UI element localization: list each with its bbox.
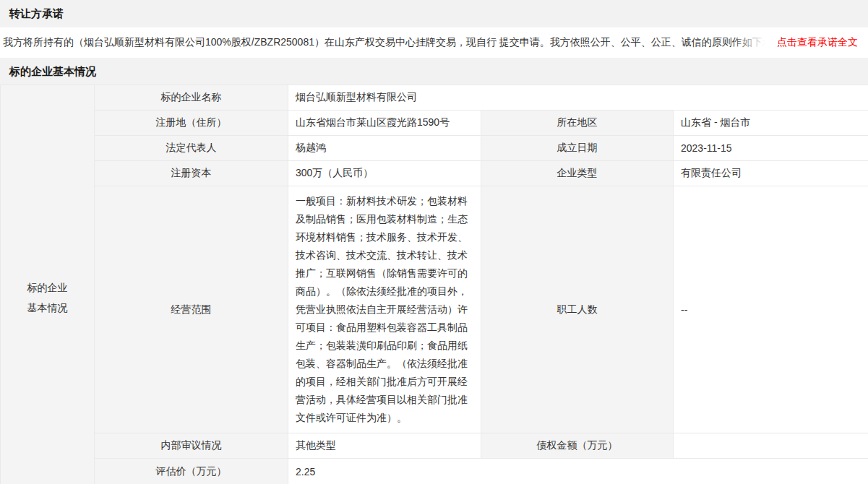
table-row: 法定代表人 杨越鸿 成立日期 2023-11-15 <box>1 136 868 161</box>
region-value: 山东省 - 烟台市 <box>674 111 868 136</box>
registered-capital-label: 注册资本 <box>95 161 288 186</box>
company-name-label: 标的企业名称 <box>95 85 288 111</box>
established-date-value: 2023-11-15 <box>674 136 868 161</box>
basic-info-title: 标的企业基本情况 <box>9 65 96 77</box>
region-label: 所在地区 <box>481 111 674 136</box>
internal-review-value: 其他类型 <box>288 433 481 459</box>
side-group-label: 标的企业 基本情况 <box>1 85 95 484</box>
legal-representative-value: 杨越鸿 <box>288 136 481 161</box>
registered-address-value: 山东省烟台市莱山区霞光路1590号 <box>288 111 481 136</box>
transferor-commitment-title: 转让方承诺 <box>9 7 64 20</box>
table-row: 经营范围 一般项目：新材料技术研发；包装材料及制品销售；医用包装材料制造；生态环… <box>1 186 868 433</box>
legal-representative-label: 法定代表人 <box>95 136 288 161</box>
table-row: 注册资本 300万（人民币） 企业类型 有限责任公司 <box>1 161 868 186</box>
basic-info-table: 标的企业 基本情况 标的企业名称 烟台弘顺新型材料有限公司 注册地（住所） 山东… <box>0 85 868 484</box>
debt-amount-value <box>674 433 868 459</box>
registered-capital-value: 300万（人民币） <box>288 161 481 186</box>
employee-count-value: -- <box>674 186 868 433</box>
business-scope-label: 经营范围 <box>95 186 288 433</box>
company-name-value: 烟台弘顺新型材料有限公司 <box>288 85 868 111</box>
transferor-commitment-header: 转让方承诺 <box>0 0 868 27</box>
established-date-label: 成立日期 <box>481 136 674 161</box>
text-fade-overlay <box>731 36 771 49</box>
internal-review-label: 内部审议情况 <box>95 433 288 459</box>
table-row: 标的企业 基本情况 标的企业名称 烟台弘顺新型材料有限公司 <box>1 85 868 111</box>
appraisal-price-label: 评估价（万元） <box>95 459 288 484</box>
view-full-commitment-link[interactable]: 点击查看承诺全文 <box>771 36 868 49</box>
enterprise-type-value: 有限责任公司 <box>674 161 868 186</box>
appraisal-price-value: 2.25 <box>288 459 868 484</box>
enterprise-type-label: 企业类型 <box>481 161 674 186</box>
registered-address-label: 注册地（住所） <box>95 111 288 136</box>
table-row: 注册地（住所） 山东省烟台市莱山区霞光路1590号 所在地区 山东省 - 烟台市 <box>1 111 868 136</box>
table-row: 评估价（万元） 2.25 <box>1 459 868 484</box>
business-scope-value: 一般项目：新材料技术研发；包装材料及制品销售；医用包装材料制造；生态环境材料销售… <box>288 186 481 433</box>
basic-info-header: 标的企业基本情况 <box>0 58 868 85</box>
commitment-paragraph-row: 我方将所持有的（烟台弘顺新型材料有限公司100%股权/ZBZR250081）在山… <box>0 27 868 58</box>
commitment-text: 我方将所持有的（烟台弘顺新型材料有限公司100%股权/ZBZR250081）在山… <box>0 36 771 49</box>
employee-count-label: 职工人数 <box>481 186 674 433</box>
table-row: 内部审议情况 其他类型 债权金额（万元） <box>1 433 868 459</box>
debt-amount-label: 债权金额（万元） <box>481 433 674 459</box>
